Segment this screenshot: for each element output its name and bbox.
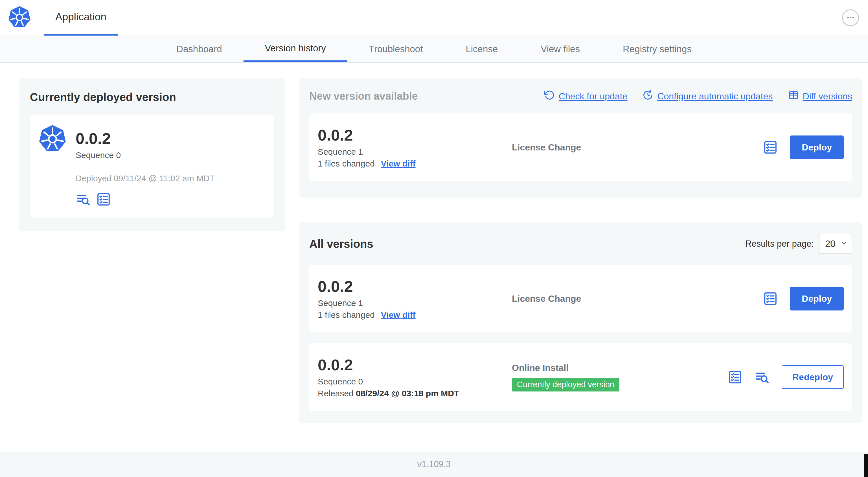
release-sequence: Sequence 1	[318, 147, 512, 157]
release-info: 0.0.2 Sequence 1 1 files changed View di…	[318, 277, 512, 320]
topbar-spacer	[118, 0, 842, 35]
version-row: 0.0.2 Sequence 1 1 files changed View di…	[309, 265, 852, 332]
tab-registry-settings[interactable]: Registry settings	[601, 36, 713, 62]
chevron-down-icon	[840, 239, 848, 249]
files-changed-line: 1 files changed View diff	[318, 159, 512, 169]
new-version-title: New version available	[309, 90, 418, 102]
tab-label: Registry settings	[623, 44, 692, 55]
released-timestamp: 08/29/24 @ 03:18 pm MDT	[356, 389, 459, 398]
row-sequence: Sequence 0	[318, 377, 512, 386]
release-version-number: 0.0.2	[318, 126, 512, 144]
files-changed-line: 1 files changed View diff	[318, 310, 512, 320]
tab-label: View files	[541, 44, 580, 55]
check-for-update-label: Check for update	[559, 91, 627, 101]
release-actions: Deploy	[763, 136, 844, 159]
new-version-release-row: 0.0.2 Sequence 1 1 files changed View di…	[309, 114, 852, 181]
release-info: 0.0.2 Sequence 1 1 files changed View di…	[318, 126, 512, 169]
refresh-icon	[544, 90, 555, 103]
scrollbar-thumb[interactable]	[864, 454, 868, 477]
view-logs-button[interactable]	[754, 369, 770, 385]
deployed-version-box: 0.0.2 Sequence 0 Deployed 09/11/24 @ 11:…	[30, 115, 274, 218]
ellipsis-icon	[845, 12, 856, 23]
configure-automatic-updates-label: Configure automatic updates	[657, 91, 773, 101]
view-diff-link[interactable]: View diff	[381, 310, 416, 320]
app-subnav: Dashboard Version history Troubleshoot L…	[0, 36, 868, 63]
checklist-icon	[763, 291, 778, 306]
all-versions-title: All versions	[309, 238, 373, 250]
files-changed-text: 1 files changed	[318, 159, 375, 169]
deploy-button[interactable]: Deploy	[790, 287, 844, 310]
release-source: Online Install Currently deployed versio…	[512, 363, 727, 391]
released-line: Released 08/29/24 @ 03:18 pm MDT	[318, 389, 512, 398]
results-per-page-select[interactable]: 20	[819, 234, 852, 254]
preflight-checks-button[interactable]	[763, 291, 778, 306]
tab-label: Troubleshoot	[369, 44, 423, 55]
view-logs-button[interactable]	[75, 192, 91, 207]
results-per-page: Results per page: 20	[745, 234, 852, 254]
preflight-checks-button[interactable]	[763, 140, 778, 155]
row-actions: Deploy	[763, 287, 844, 310]
row-version-number: 0.0.2	[318, 277, 512, 296]
clock-refresh-icon	[643, 90, 653, 103]
row-version-number: 0.0.2	[318, 356, 512, 374]
checklist-icon	[96, 192, 111, 207]
diff-versions-link[interactable]: Diff versions	[788, 90, 852, 103]
tab-dashboard[interactable]: Dashboard	[155, 36, 243, 62]
kubernetes-app-icon	[38, 124, 67, 207]
version-row: 0.0.2 Sequence 0 Released 08/29/24 @ 03:…	[309, 343, 852, 411]
release-source: License Change	[512, 294, 763, 304]
right-column: New version available Check for update	[299, 79, 862, 423]
checklist-icon	[763, 140, 778, 155]
deploy-button[interactable]: Deploy	[790, 136, 844, 159]
checklist-icon	[727, 369, 743, 385]
overflow-menu-button[interactable]	[842, 9, 859, 26]
check-for-update-link[interactable]: Check for update	[544, 90, 627, 103]
tab-troubleshoot[interactable]: Troubleshoot	[347, 36, 444, 62]
deployed-version-number: 0.0.2	[75, 129, 215, 148]
row-sequence: Sequence 1	[318, 298, 512, 308]
all-versions-header: All versions Results per page: 20	[309, 234, 852, 254]
tab-view-files[interactable]: View files	[519, 36, 601, 62]
tab-label: Version history	[265, 43, 326, 54]
release-source: License Change	[512, 142, 763, 153]
logs-icon	[75, 192, 91, 207]
app-tab-label: Application	[55, 11, 106, 23]
currently-deployed-badge: Currently deployed version	[512, 378, 619, 391]
results-per-page-value: 20	[825, 239, 836, 249]
diff-versions-label: Diff versions	[803, 91, 852, 101]
preflight-checks-button[interactable]	[727, 369, 743, 385]
new-version-header: New version available Check for update	[309, 90, 852, 103]
tab-license[interactable]: License	[444, 36, 519, 62]
all-versions-card: All versions Results per page: 20	[299, 222, 862, 423]
deployed-icon-row	[75, 192, 215, 207]
app-footer: v1.109.3	[0, 452, 868, 477]
row-source-label: License Change	[512, 294, 763, 304]
console-version: v1.109.3	[417, 459, 451, 469]
currently-deployed-card: Currently deployed version	[19, 79, 285, 231]
redeploy-button[interactable]: Redeploy	[782, 365, 844, 389]
main-content: Currently deployed version	[0, 63, 868, 452]
files-changed-text: 1 files changed	[318, 310, 375, 320]
kubernetes-logo-icon	[8, 6, 31, 30]
release-info: 0.0.2 Sequence 0 Released 08/29/24 @ 03:…	[318, 356, 512, 398]
release-source-label: License Change	[512, 142, 763, 153]
row-actions: Redeploy	[727, 365, 844, 389]
deployed-version-info: 0.0.2 Sequence 0 Deployed 09/11/24 @ 11:…	[75, 124, 215, 207]
view-diff-link[interactable]: View diff	[381, 159, 416, 169]
tab-label: Dashboard	[176, 44, 222, 55]
configure-automatic-updates-link[interactable]: Configure automatic updates	[643, 90, 773, 103]
row-source-label: Online Install	[512, 363, 727, 373]
new-version-actions: Check for update Configure automatic upd…	[544, 90, 852, 103]
tab-application[interactable]: Application	[44, 0, 118, 35]
diff-icon	[788, 90, 799, 103]
deployed-timestamp: Deployed 09/11/24 @ 11:02 am MDT	[75, 174, 215, 183]
results-per-page-label: Results per page:	[745, 239, 814, 249]
preflight-checks-button[interactable]	[96, 192, 111, 207]
tab-label: License	[466, 44, 498, 55]
released-label: Released	[318, 389, 353, 398]
new-version-card: New version available Check for update	[299, 79, 862, 198]
app-logo[interactable]	[0, 0, 31, 35]
topbar: Application	[0, 0, 868, 36]
logs-icon	[754, 369, 770, 385]
tab-version-history[interactable]: Version history	[244, 36, 347, 62]
